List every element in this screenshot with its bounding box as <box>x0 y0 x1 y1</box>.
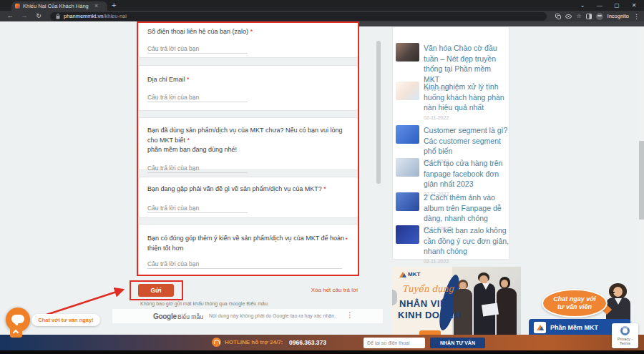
tab-title: Khiếu Nại Của Khách Hàng <box>23 3 93 9</box>
site-favicon <box>15 4 20 9</box>
article-thumbnail[interactable] <box>396 192 419 211</box>
request-consult-button[interactable]: NHẬN TƯ VẤN <box>430 338 485 348</box>
article-date: 02-11-2022 <box>424 115 509 120</box>
maximize-button[interactable]: ▢ <box>608 2 625 9</box>
banner-headline-2: KINH DOANH <box>398 310 461 320</box>
form-field-phone: Số điện thoại liên hệ của bạn (zalo) * <box>138 22 358 58</box>
chevron-up-icon <box>13 330 19 335</box>
field-label: Bạn đã dùng sản phẩm/dịch vụ của MKT chư… <box>147 126 349 155</box>
article-title[interactable]: 2 Cách thêm ảnh vào album trên Fanpage d… <box>424 192 509 224</box>
mkt-logo-icon <box>534 322 546 333</box>
banner-script-text: Tuyển dụng <box>402 284 454 294</box>
browser-toolbar: ← → ↻ phanmemmkt.vn/khieu-nai ☆ Incognit… <box>0 11 644 21</box>
hotline-bar: HOTLINE hỗ trợ 24/7: 0966.363.373 NHẬN T… <box>0 335 644 350</box>
banner-headline-1: NHÂN VIÊN <box>399 298 454 309</box>
translate-icon[interactable] <box>555 14 561 19</box>
hotline-label: HOTLINE hỗ trợ 24/7: <box>225 339 283 345</box>
submit-button[interactable]: Gửi <box>138 284 174 297</box>
chat-fab-tooltip: Chat với tư vấn ngay! <box>31 314 100 326</box>
carousel-handle[interactable] <box>392 290 397 305</box>
article-thumbnail[interactable] <box>396 125 419 144</box>
banner-paper <box>482 303 499 317</box>
field-label: Bạn có đóng góp thêm ý kiến về sản phẩm/… <box>147 234 346 253</box>
form-field-feedback: Bạn có đóng góp thêm ý kiến về sản phẩm/… <box>138 224 358 275</box>
forward-icon[interactable]: → <box>19 11 30 21</box>
url-bar[interactable]: phanmemmkt.vn/khieu-nai <box>50 12 547 21</box>
google-logo-text: Google <box>153 313 177 320</box>
google-forms-label: Biểu mẫu <box>177 313 203 320</box>
password-eye-icon[interactable] <box>565 14 572 19</box>
new-tab-button[interactable]: + <box>112 1 116 9</box>
article-thumbnail[interactable] <box>396 82 419 100</box>
recruitment-banner[interactable]: MKT Tuyển dụng NHÂN VIÊN KINH DOANH <box>392 267 521 335</box>
article-title[interactable]: Customer segment là gì? Các customer seg… <box>424 125 509 157</box>
reload-icon[interactable]: ↻ <box>33 11 44 21</box>
kebab-menu-icon[interactable]: ⋮ <box>633 13 640 20</box>
phone-input[interactable] <box>147 44 248 54</box>
article-item[interactable]: Cách tạo cửa hàng trên fanpage facebook … <box>396 158 509 197</box>
lock-icon <box>56 14 60 19</box>
tab-search-icon[interactable]: ⌄ <box>574 2 591 9</box>
minimize-button[interactable]: — <box>591 2 608 9</box>
article-thumbnail[interactable] <box>396 43 419 62</box>
hotline-phone: 0966.363.373 <box>289 339 326 346</box>
close-button[interactable]: ✕ <box>625 2 643 9</box>
form-scrollbar[interactable] <box>376 41 381 184</box>
url-text: phanmemmkt.vn/khieu-nai <box>64 13 127 19</box>
article-title[interactable]: Cách kết bạn zalo không cần đồng ý cực đ… <box>424 225 509 257</box>
incognito-label: Incognito <box>608 13 629 19</box>
field-label: Địa chỉ Email * <box>147 75 349 85</box>
chat-bubble-icon <box>11 315 24 323</box>
field-label: Số điện thoại liên hệ của bạn (zalo) * <box>147 27 349 37</box>
article-thumbnail[interactable] <box>396 158 419 177</box>
forms-menu-icon[interactable]: ⋮ <box>346 311 353 319</box>
browser-tab[interactable]: Khiếu Nại Của Khách Hàng × <box>11 1 107 11</box>
window-controls: ⌄ — ▢ ✕ <box>574 0 643 11</box>
field-label: Bạn đang gặp phải vấn đề gì về sản phẩm/… <box>147 185 349 195</box>
tab-strip: Khiếu Nại Của Khách Hàng × + ⌄ — ▢ ✕ <box>0 0 644 11</box>
article-title[interactable]: Văn hóa Chào cờ đầu tuần – Nét đẹp truyề… <box>424 43 509 84</box>
browser-window: Khiếu Nại Của Khách Hàng × + ⌄ — ▢ ✕ ← →… <box>0 0 644 354</box>
article-thumbnail[interactable] <box>396 225 419 244</box>
bookmark-star-icon[interactable]: ☆ <box>576 13 581 19</box>
article-title[interactable]: Cách tạo cửa hàng trên fanpage facebook … <box>424 158 509 190</box>
password-warning: Không bao giờ gửi mật khẩu thông qua Goo… <box>140 301 269 306</box>
article-date: 02-11-2022 <box>424 259 509 264</box>
web-page: Số điện thoại liên hệ của bạn (zalo) * Đ… <box>0 21 644 350</box>
side-panel-icon[interactable] <box>586 14 592 19</box>
headset-icon <box>212 338 221 347</box>
form-field-email: Địa chỉ Email * <box>138 65 358 111</box>
scroll-to-top-button[interactable] <box>10 325 22 338</box>
feedback-input[interactable] <box>147 260 342 269</box>
page-scrollbar-thumb[interactable] <box>639 141 644 220</box>
recaptcha-icon <box>620 326 630 335</box>
article-title[interactable]: Kinh nghiệm xử lý tình huống khách hàng … <box>424 82 509 113</box>
phone-capture-input[interactable] <box>364 338 425 348</box>
form-field-product-used: Bạn đã dùng sản phẩm/dịch vụ của MKT chư… <box>138 117 358 170</box>
email-input[interactable] <box>147 93 248 102</box>
mkt-logo-icon <box>399 272 406 277</box>
article-item[interactable]: Cách kết bạn zalo không cần đồng ý cực đ… <box>396 225 509 264</box>
page-bottom-strip <box>0 350 644 354</box>
chat-invite-bubble[interactable]: Chat ngay với tư vấn viên <box>542 289 608 318</box>
incognito-avatar-icon[interactable] <box>596 13 603 20</box>
page-header-edge <box>358 21 644 26</box>
form-field-issue: Bạn đang gặp phải vấn đề gì về sản phẩm/… <box>138 177 358 218</box>
forms-disclaimer: Nội dung này không phải do Google tạo ra… <box>209 313 336 318</box>
article-item[interactable]: Kinh nghiệm xử lý tình huống khách hàng … <box>396 82 509 120</box>
banner-mkt-logo: MKT <box>399 271 420 277</box>
page-scrollbar[interactable] <box>639 26 644 350</box>
clear-answers-link[interactable]: Xóa hết câu trả lời <box>301 287 358 293</box>
tab-close-icon[interactable]: × <box>94 1 98 11</box>
recaptcha-badge[interactable]: Privacy - Terms <box>612 323 638 348</box>
product-used-input[interactable] <box>147 164 248 173</box>
issue-input[interactable] <box>147 204 248 213</box>
back-icon[interactable]: ← <box>4 11 16 21</box>
banner-photo <box>452 267 521 335</box>
